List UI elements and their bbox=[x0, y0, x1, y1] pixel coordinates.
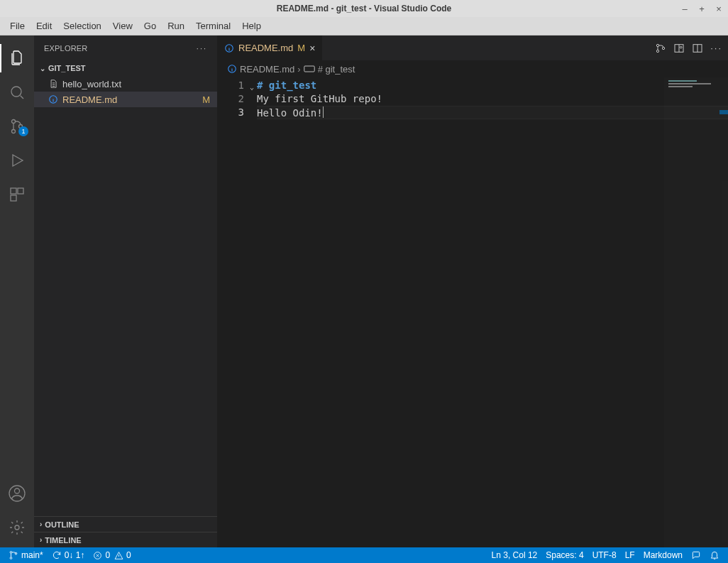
line-number-current: 3 bbox=[217, 106, 244, 119]
editor-group: README.md M × ··· README.md bbox=[217, 35, 728, 547]
activity-extensions[interactable] bbox=[0, 177, 34, 212]
file-label: README.md bbox=[62, 94, 117, 105]
file-item-hello-world[interactable]: hello_world.txt bbox=[34, 76, 217, 92]
status-feedback[interactable] bbox=[687, 547, 705, 563]
svg-point-14 bbox=[662, 47, 664, 49]
breadcrumb[interactable]: README.md › # git_test bbox=[217, 60, 728, 77]
svg-rect-5 bbox=[18, 188, 23, 194]
feedback-icon bbox=[691, 550, 701, 560]
file-label: hello_world.txt bbox=[62, 79, 121, 89]
svg-point-7 bbox=[15, 488, 20, 493]
activity-run-debug[interactable] bbox=[0, 143, 34, 177]
menu-view[interactable]: View bbox=[107, 21, 138, 31]
os-titlebar: README.md - git_test - Visual Studio Cod… bbox=[0, 0, 728, 17]
compare-changes-icon[interactable] bbox=[655, 43, 666, 54]
tab-close-icon[interactable]: × bbox=[309, 43, 315, 54]
svg-point-2 bbox=[12, 130, 16, 133]
svg-point-13 bbox=[656, 50, 658, 52]
status-sync[interactable]: 0↓ 1↑ bbox=[48, 547, 89, 563]
status-language[interactable]: Markdown bbox=[639, 547, 687, 563]
line-number: 2 bbox=[217, 92, 244, 106]
code-line[interactable]: My first GitHub repo! bbox=[257, 92, 728, 106]
git-branch-icon bbox=[9, 550, 18, 560]
explorer-root-label: GIT_TEST bbox=[48, 64, 86, 72]
svg-point-0 bbox=[11, 87, 21, 97]
menu-edit[interactable]: Edit bbox=[31, 21, 57, 31]
editor-actions: ··· bbox=[655, 35, 728, 60]
sidebar-title: EXPLORER bbox=[44, 44, 88, 53]
status-indentation[interactable]: Spaces: 4 bbox=[541, 547, 588, 563]
activity-source-control[interactable]: 1 bbox=[0, 109, 34, 143]
svg-rect-4 bbox=[11, 188, 16, 194]
status-branch[interactable]: main* bbox=[4, 547, 48, 563]
activitybar: 1 bbox=[0, 35, 34, 547]
svg-rect-6 bbox=[11, 195, 16, 201]
svg-point-21 bbox=[10, 557, 12, 559]
tab-label: README.md bbox=[238, 43, 293, 53]
activity-accounts[interactable] bbox=[0, 476, 34, 510]
file-status: M bbox=[202, 94, 210, 105]
info-circle-icon bbox=[227, 64, 237, 74]
info-circle-icon bbox=[48, 94, 58, 104]
status-cursor-position[interactable]: Ln 3, Col 12 bbox=[487, 547, 542, 563]
maximize-icon[interactable]: + bbox=[697, 4, 707, 14]
fold-chevron-icon[interactable]: ⌄ bbox=[250, 80, 254, 94]
tab-readme[interactable]: README.md M × bbox=[217, 35, 323, 60]
chevron-right-icon: › bbox=[297, 64, 300, 75]
menu-file[interactable]: File bbox=[4, 21, 31, 31]
extensions-icon bbox=[9, 186, 26, 203]
split-editor-icon[interactable] bbox=[692, 43, 703, 54]
menu-selection[interactable]: Selection bbox=[57, 21, 106, 31]
run-debug-icon bbox=[9, 152, 26, 169]
gear-icon bbox=[9, 519, 26, 536]
warning-icon bbox=[114, 551, 123, 560]
sidebar-header: EXPLORER ··· bbox=[34, 35, 217, 60]
menu-help[interactable]: Help bbox=[236, 21, 267, 31]
sidebar-bottom: › OUTLINE › TIMELINE bbox=[34, 516, 217, 547]
file-item-readme[interactable]: README.md M bbox=[34, 92, 217, 107]
menu-go[interactable]: Go bbox=[138, 21, 162, 31]
section-outline[interactable]: › OUTLINE bbox=[34, 516, 217, 532]
close-icon[interactable]: × bbox=[714, 4, 724, 14]
section-timeline[interactable]: › TIMELINE bbox=[34, 532, 217, 547]
activity-explorer[interactable] bbox=[0, 41, 34, 75]
code-line[interactable]: # git_test bbox=[257, 79, 728, 92]
minimize-icon[interactable]: – bbox=[680, 4, 690, 14]
editor[interactable]: 1⌄ 2 3 # git_test My first GitHub repo! … bbox=[217, 77, 728, 547]
workbench: 1 EXPLORER ··· ⌄ GIT_TEST bbox=[0, 35, 728, 547]
status-notifications[interactable] bbox=[705, 547, 724, 563]
sidebar-more-icon[interactable]: ··· bbox=[197, 44, 207, 53]
markdown-symbol-icon bbox=[304, 65, 315, 73]
activity-settings[interactable] bbox=[0, 510, 34, 545]
breadcrumb-symbol[interactable]: # git_test bbox=[318, 64, 355, 75]
code-area[interactable]: # git_test My first GitHub repo! Hello O… bbox=[257, 77, 728, 547]
menubar: File Edit Selection View Go Run Terminal… bbox=[0, 17, 728, 35]
svg-rect-19 bbox=[304, 66, 314, 72]
account-icon bbox=[9, 485, 26, 502]
open-preview-side-icon[interactable] bbox=[673, 43, 685, 54]
status-problems[interactable]: 0 0 bbox=[89, 547, 135, 563]
svg-point-12 bbox=[656, 44, 658, 46]
svg-point-9 bbox=[15, 525, 19, 530]
tab-bar: README.md M × ··· bbox=[217, 35, 728, 60]
menu-terminal[interactable]: Terminal bbox=[190, 21, 236, 31]
svg-point-16 bbox=[680, 46, 682, 48]
overview-ruler[interactable] bbox=[718, 77, 728, 547]
status-encoding[interactable]: UTF-8 bbox=[588, 547, 621, 563]
svg-point-20 bbox=[10, 552, 12, 554]
window-title: README.md - git_test - Visual Studio Cod… bbox=[277, 4, 451, 13]
text-cursor bbox=[323, 106, 324, 118]
outline-label: OUTLINE bbox=[45, 520, 79, 529]
statusbar: main* 0↓ 1↑ 0 0 Ln 3, Col 12 Spaces: 4 U… bbox=[0, 547, 728, 563]
code-line-current[interactable]: Hello Odin! bbox=[257, 106, 728, 119]
files-icon bbox=[9, 50, 26, 67]
breadcrumb-file[interactable]: README.md bbox=[240, 64, 294, 75]
info-circle-icon bbox=[224, 43, 234, 53]
timeline-label: TIMELINE bbox=[45, 536, 81, 545]
editor-more-icon[interactable]: ··· bbox=[710, 43, 722, 53]
search-icon bbox=[9, 84, 26, 101]
status-eol[interactable]: LF bbox=[621, 547, 639, 563]
menu-run[interactable]: Run bbox=[162, 21, 190, 31]
explorer-root[interactable]: ⌄ GIT_TEST bbox=[34, 60, 217, 76]
activity-search[interactable] bbox=[0, 75, 34, 109]
